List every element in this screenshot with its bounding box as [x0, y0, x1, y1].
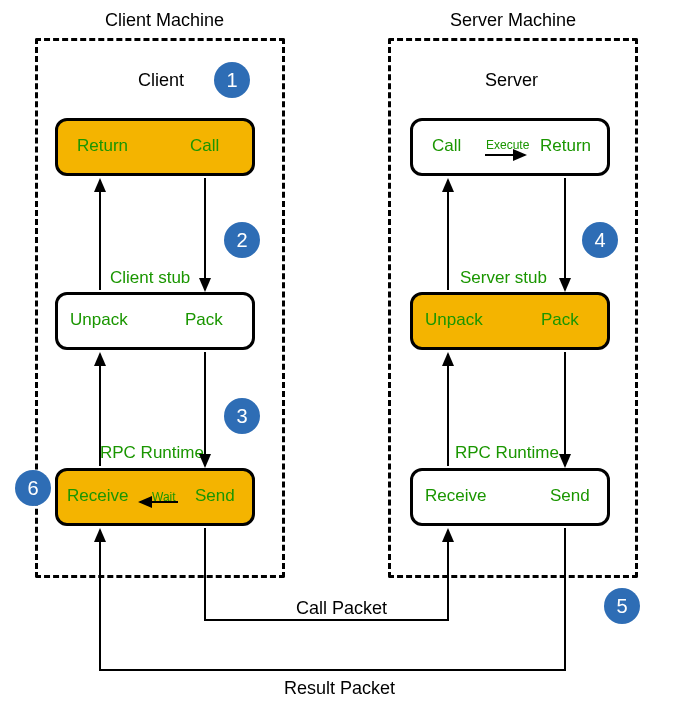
- server-mid-unpack: Unpack: [425, 310, 483, 330]
- server-bot-receive: Receive: [425, 486, 486, 506]
- client-bot-send: Send: [195, 486, 235, 506]
- server-top-execute: Execute: [486, 138, 529, 152]
- step-6: 6: [15, 470, 51, 506]
- client-mid-pack: Pack: [185, 310, 223, 330]
- client-rpc-label: RPC Runtime: [100, 443, 204, 463]
- step-3: 3: [224, 398, 260, 434]
- server-mid-pack: Pack: [541, 310, 579, 330]
- client-mid-unpack: Unpack: [70, 310, 128, 330]
- client-title: Client: [138, 70, 184, 91]
- client-bot-wait: Wait: [152, 490, 176, 504]
- result-packet-label: Result Packet: [284, 678, 395, 699]
- server-top-call: Call: [432, 136, 461, 156]
- client-stub-label: Client stub: [110, 268, 190, 288]
- server-machine-title: Server Machine: [450, 10, 576, 31]
- step-1: 1: [214, 62, 250, 98]
- client-machine-title: Client Machine: [105, 10, 224, 31]
- server-stub-label: Server stub: [460, 268, 547, 288]
- server-top-return: Return: [540, 136, 591, 156]
- server-title: Server: [485, 70, 538, 91]
- client-bot-receive: Receive: [67, 486, 128, 506]
- client-top-return: Return: [77, 136, 128, 156]
- call-packet-label: Call Packet: [296, 598, 387, 619]
- server-rpc-label: RPC Runtime: [455, 443, 559, 463]
- server-bot-send: Send: [550, 486, 590, 506]
- step-4: 4: [582, 222, 618, 258]
- step-2: 2: [224, 222, 260, 258]
- step-5: 5: [604, 588, 640, 624]
- client-top-call: Call: [190, 136, 219, 156]
